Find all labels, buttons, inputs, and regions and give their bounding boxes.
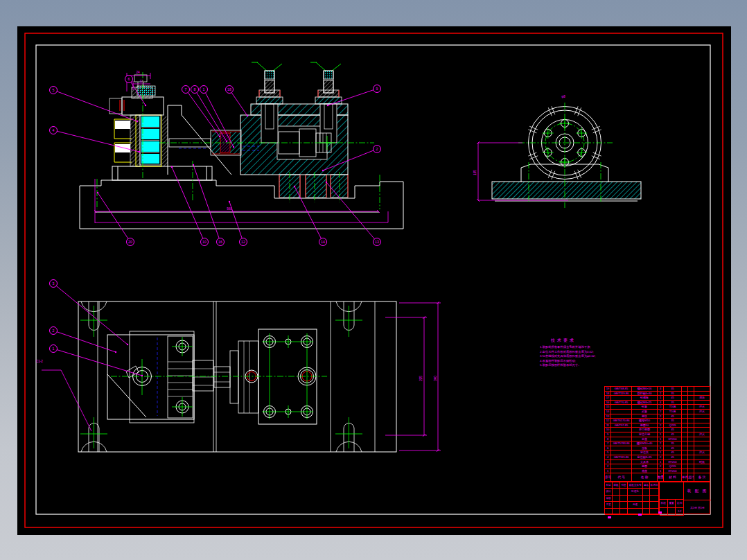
bom-cell: 定位心轴 [632, 432, 658, 437]
bom-cell [688, 428, 694, 432]
leader-dot [219, 136, 220, 137]
bom-cell: 4 [658, 401, 664, 405]
rim-slot [552, 106, 555, 114]
bom-cell: GB/T119-86 [611, 455, 632, 460]
bom-cell: 开口垫圈 [632, 428, 658, 432]
bom-cell [611, 446, 632, 451]
bom-cell: 11 [605, 423, 611, 428]
leader-dot [226, 141, 227, 142]
rim-slot [552, 171, 555, 180]
balloon-number: 20 [128, 240, 132, 244]
balloon-leader [172, 167, 204, 242]
bom-cell [682, 464, 688, 469]
bom-cell: 调质 [694, 396, 710, 401]
bom-cell: 35 [664, 441, 682, 446]
leader-dot [247, 115, 248, 116]
bom-cell: 底座 [632, 469, 658, 474]
parts-list-table: 19GB/T68-85螺钉M6×1643518GB/T119-86圆柱销6×30… [604, 386, 710, 482]
title-block-cell: 工艺 [605, 502, 613, 508]
bom-cell [611, 450, 632, 455]
bom-cell [688, 460, 694, 465]
bom-cell: 淬火 [694, 405, 710, 410]
bom-cell [694, 464, 710, 469]
bom-cell [682, 460, 688, 465]
bom-cell [694, 428, 710, 432]
bom-cell: 垫圈10 [632, 423, 658, 428]
bom-cell [688, 401, 694, 405]
bom-header-cell: 材 料 [664, 473, 682, 482]
bom-cell: 2 [658, 414, 664, 419]
bom-cell: 2 [658, 392, 664, 396]
bom-cell: 2 [658, 405, 664, 410]
title-block-cell [620, 502, 628, 508]
front-section-view [80, 62, 403, 229]
title-block-cell [620, 496, 628, 502]
dimension-text: 165 [473, 170, 477, 175]
bom-cell [611, 414, 632, 419]
balloon-leader [98, 193, 130, 242]
bom-header-cell: 代 号 [611, 473, 632, 482]
leader-dot [327, 105, 328, 106]
rim-slot [593, 130, 601, 133]
bom-cell [688, 410, 694, 414]
bom-cell: 2 [658, 423, 664, 428]
bom-header-cell: 备 注 [694, 473, 710, 482]
bom-cell [611, 410, 632, 414]
bom-cell: GB/T97-85 [611, 423, 632, 428]
bom-cell: GB/T6170-86 [611, 419, 632, 423]
title-block-mini-cell: 重量 [668, 500, 676, 508]
leader-dot [294, 186, 295, 187]
leader-dot [229, 201, 230, 202]
dimension-text: 560 [227, 207, 232, 211]
bom-header-cell: 单件 [682, 473, 688, 482]
title-block-cell: 处数 [613, 482, 620, 489]
bom-cell: 1 [658, 432, 664, 437]
title-block-cell [605, 509, 613, 515]
bom-cell: 垫块 [632, 414, 658, 419]
bom-cell: 45 [664, 428, 682, 432]
cad-drawing-canvas: 5467811892201016121413321 2412560165φ822… [17, 26, 731, 535]
bom-cell: 35 [664, 419, 682, 423]
bom-cell [611, 396, 632, 401]
bom-cell: HT200 [664, 460, 682, 465]
bom-cell: 螺钉M6×16 [632, 387, 658, 392]
bom-cell [682, 446, 688, 451]
rim-slot [528, 130, 536, 133]
balloon-number: 8 [194, 87, 196, 91]
bom-cell [688, 464, 694, 469]
bom-cell [694, 387, 710, 392]
side-view [477, 103, 641, 208]
dimension-text: 12 [139, 80, 143, 83]
bom-cell [694, 414, 710, 419]
bom-cell: 螺母M10 [632, 419, 658, 423]
bom-cell: 定位块 [632, 450, 658, 455]
balloon-number: 13 [375, 240, 379, 244]
bom-cell: 15 [605, 405, 611, 410]
bom-cell [694, 441, 710, 446]
title-block-cell [643, 489, 650, 495]
bom-cell [682, 401, 688, 405]
balloon-number: 12 [241, 240, 245, 244]
bom-cell: 1 [658, 460, 664, 465]
rim-slot [574, 106, 578, 114]
bom-cell [694, 455, 710, 460]
bom-cell: 18 [605, 392, 611, 396]
bom-cell: 1 [658, 469, 664, 474]
dimension-text: φ8 [561, 95, 565, 98]
title-block-cell: 更改文件号 [628, 482, 643, 489]
bom-cell [682, 405, 688, 410]
bom-cell: 17 [605, 396, 611, 401]
bom-cell: 1 [658, 450, 664, 455]
leader-dot [141, 375, 143, 376]
title-block-cell: 标准化 [628, 489, 643, 495]
bom-cell [682, 392, 688, 396]
bom-cell [694, 401, 710, 405]
notes-title: 技术要求 [551, 338, 606, 344]
dimension-text: C1-2 [36, 360, 43, 363]
balloon-number: 14 [321, 240, 325, 244]
dimension-text: 24 [136, 71, 140, 74]
bom-cell: 2 [658, 410, 664, 414]
bom-cell [682, 428, 688, 432]
bom-cell [682, 437, 688, 442]
bom-cell [694, 437, 710, 442]
